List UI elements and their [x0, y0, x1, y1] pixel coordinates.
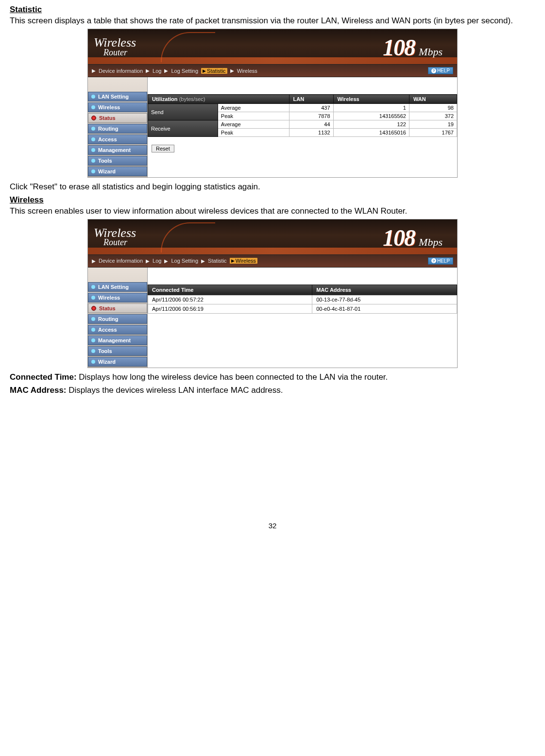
- sidebar-item-routing[interactable]: Routing: [88, 124, 147, 134]
- definition-label: MAC Address:: [10, 386, 67, 395]
- router-body: LAN Setting Wireless Status Routing Acce…: [88, 77, 457, 177]
- statistic-table: Utilization (bytes/sec) LAN Wireless WAN…: [148, 94, 457, 137]
- breadcrumb-bar: ▶ Device information ▶ Log ▶ Log Setting…: [88, 64, 457, 77]
- sidebar-item-label: LAN Setting: [98, 284, 129, 290]
- table-row: Apr/11/2006 00:56:19 00-e0-4c-81-87-01: [148, 304, 457, 313]
- cell-value: 1132: [289, 129, 333, 137]
- sidebar-item-label: Routing: [98, 126, 119, 132]
- router-logo: Wireless Router: [88, 37, 136, 56]
- dot-icon: [91, 159, 95, 163]
- sidebar-item-routing[interactable]: Routing: [88, 314, 147, 324]
- sidebar-item-wireless[interactable]: Wireless: [88, 293, 147, 302]
- mbps-badge: 108 Mbps: [383, 224, 443, 251]
- help-button[interactable]: HELP: [428, 67, 453, 74]
- dot-icon: [91, 306, 96, 311]
- sidebar-item-label: Tools: [98, 158, 112, 164]
- sidebar-item-wireless[interactable]: Wireless: [88, 102, 147, 112]
- col-connected-time: Connected Time: [148, 285, 312, 295]
- sidebar-item-label: Management: [98, 147, 131, 153]
- router-header: Wireless Router 108 Mbps: [88, 29, 457, 64]
- definition-mac-address: MAC Address: Displays the devices wirele…: [10, 385, 535, 395]
- crumb-wireless-active[interactable]: ▶Wireless: [230, 258, 257, 264]
- mbps-unit: Mbps: [419, 236, 443, 249]
- sidebar-item-label: Wireless: [98, 295, 120, 301]
- section-statistic-after: Click "Reset" to erase all statistics an…: [10, 182, 535, 192]
- sidebar-item-management[interactable]: Management: [88, 145, 147, 155]
- row-receive: Receive: [148, 120, 218, 137]
- header-swoosh: [88, 57, 457, 64]
- crumb-device-information[interactable]: Device information: [99, 68, 143, 74]
- crumb-statistic-active[interactable]: ▶Statistic: [201, 68, 227, 74]
- sidebar-item-tools[interactable]: Tools: [88, 346, 147, 356]
- sidebar-item-access[interactable]: Access: [88, 325, 147, 335]
- chevron-right-icon: ▶: [92, 258, 96, 264]
- mbps-number: 108: [383, 34, 415, 61]
- cell-value: 143165562: [333, 112, 409, 120]
- col-utilization-label: Utilization: [152, 96, 178, 102]
- crumb-device-information[interactable]: Device information: [99, 258, 143, 264]
- definition-label: Connected Time:: [10, 372, 77, 382]
- sidebar-item-lan-setting[interactable]: LAN Setting: [88, 282, 147, 292]
- reset-button[interactable]: Reset: [152, 145, 174, 152]
- cell-connected-time: Apr/11/2006 00:57:22: [148, 295, 312, 304]
- mbps-badge: 108 Mbps: [383, 34, 443, 61]
- content-area: Utilization (bytes/sec) LAN Wireless WAN…: [148, 77, 457, 177]
- cell-label: Peak: [218, 112, 289, 120]
- chevron-right-icon: ▶: [92, 68, 96, 73]
- col-utilization-unit: (bytes/sec): [179, 96, 205, 102]
- help-button[interactable]: HELP: [428, 257, 453, 265]
- chevron-right-icon: ▶: [230, 68, 234, 73]
- dot-icon: [91, 296, 95, 300]
- crumb-wireless-label: Wireless: [236, 258, 256, 264]
- logo-line1: Wireless: [94, 227, 136, 238]
- sidebar-item-status[interactable]: Status: [88, 113, 147, 123]
- sidebar-item-management[interactable]: Management: [88, 336, 147, 345]
- mbps-number: 108: [383, 224, 415, 251]
- definition-text: Displays the devices wireless LAN interf…: [67, 386, 283, 395]
- dot-icon: [91, 105, 95, 109]
- dot-icon: [91, 328, 95, 332]
- dot-icon: [91, 285, 95, 289]
- sidebar-item-wizard[interactable]: Wizard: [88, 357, 147, 367]
- definition-connected-time: Connected Time: Displays how long the wi…: [10, 372, 535, 382]
- cell-value: 143165016: [333, 129, 409, 137]
- cell-label: Average: [218, 104, 289, 112]
- crumb-log-setting[interactable]: Log Setting: [171, 258, 198, 264]
- dot-icon: [91, 148, 95, 152]
- crumb-statistic[interactable]: Statistic: [208, 258, 227, 264]
- page-number: 32: [10, 521, 535, 530]
- chevron-right-icon: ▶: [231, 258, 235, 263]
- sidebar-item-access[interactable]: Access: [88, 134, 147, 144]
- dot-icon: [91, 169, 95, 173]
- cell-connected-time: Apr/11/2006 00:56:19: [148, 304, 312, 313]
- cell-value: 1767: [409, 129, 457, 137]
- crumb-wireless[interactable]: Wireless: [237, 68, 257, 74]
- logo-line2: Router: [94, 49, 136, 56]
- chevron-right-icon: ▶: [201, 258, 205, 264]
- sidebar-item-lan-setting[interactable]: LAN Setting: [88, 92, 147, 101]
- section-statistic-text: This screen displays a table that shows …: [10, 16, 535, 26]
- sidebar-item-status[interactable]: Status: [88, 303, 147, 313]
- wireless-screenshot: Wireless Router 108 Mbps ▶ Device inform…: [87, 219, 458, 368]
- section-wireless-text: This screen enables user to view informa…: [10, 206, 535, 216]
- sidebar-item-label: LAN Setting: [98, 94, 129, 100]
- cell-mac-address: 00-e0-4c-81-87-01: [312, 304, 457, 313]
- sidebar-item-label: Routing: [98, 316, 119, 322]
- crumb-log[interactable]: Log: [153, 68, 161, 74]
- section-wireless-heading: Wireless: [10, 195, 535, 205]
- sidebar-item-tools[interactable]: Tools: [88, 156, 147, 166]
- sidebar: LAN Setting Wireless Status Routing Acce…: [88, 77, 148, 177]
- sidebar: LAN Setting Wireless Status Routing Acce…: [88, 268, 148, 368]
- sidebar-item-label: Wizard: [98, 359, 116, 365]
- sidebar-item-label: Access: [98, 327, 117, 333]
- col-mac-address: MAC Address: [312, 285, 457, 295]
- cell-value: 437: [289, 104, 333, 112]
- sidebar-item-wizard[interactable]: Wizard: [88, 167, 147, 176]
- crumb-log[interactable]: Log: [153, 258, 161, 264]
- cell-value: 19: [409, 120, 457, 129]
- router-body: LAN Setting Wireless Status Routing Acce…: [88, 268, 457, 368]
- crumb-log-setting[interactable]: Log Setting: [171, 68, 198, 74]
- definition-text: Displays how long the wireless device ha…: [77, 372, 388, 382]
- cell-value: 7878: [289, 112, 333, 120]
- col-wan: WAN: [409, 95, 457, 104]
